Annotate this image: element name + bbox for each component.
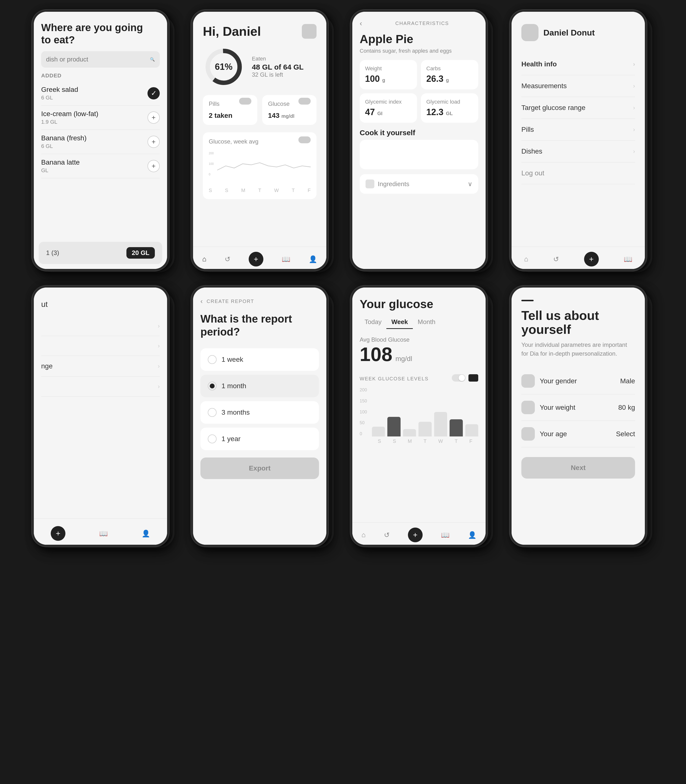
menu-chevron-dishes: › [633,148,635,155]
food-gl-3: 6 GL [41,143,87,149]
nav-add-button[interactable]: + [249,252,263,266]
gender-value: Male [620,377,635,385]
dashboard-header: Hi, Daniel [203,24,317,39]
food-plus-4[interactable]: + [147,160,160,172]
phone-about-device: Tell us about yourself Your individual p… [510,285,647,547]
nav-book-icon[interactable]: 📖 [282,255,290,263]
nav-add-glucose[interactable]: + [408,528,423,542]
donut-chart: 61% [203,46,245,88]
about-age-row[interactable]: Your age Select [521,421,635,447]
food-name-3: Banana (fresh) [41,134,87,142]
ingredients-row[interactable]: Ingredients ∨ [360,174,478,194]
tab-week[interactable]: Week [386,316,413,329]
nutrient-gi: Glycemic index 47 GI [360,93,417,123]
nav-book-glucose[interactable]: 📖 [441,531,449,539]
nav-person-icon[interactable]: 👤 [309,255,317,263]
nav-add-button-menu[interactable]: + [584,252,599,266]
added-label: ADDED [41,72,160,79]
glucose-view-toggle[interactable] [469,374,478,381]
nav-back-glucose[interactable]: ↺ [384,531,390,539]
food-item-2: Ice-cream (low-fat) 1.9 GL + [41,106,160,130]
nav-bar-glucose: ⌂ ↺ + 📖 👤 [352,522,485,545]
phone-report: ‹ CREATE REPORT What is the report perio… [191,285,336,547]
characteristics-label: CHARACTERISTICS [366,21,478,26]
partial-item-4[interactable]: › [41,377,160,396]
next-button[interactable]: Next [521,457,635,479]
period-option-year[interactable]: 1 year [201,428,319,450]
food-item-4: Banana latte GL + [41,154,160,178]
bar-4 [418,422,431,437]
radio-week[interactable] [208,355,217,364]
period-option-3months[interactable]: 3 months [201,401,319,424]
menu-avatar [521,24,539,41]
nav-person-glucose[interactable]: 👤 [468,531,477,539]
radio-month[interactable] [208,381,217,390]
svg-text:0: 0 [209,173,211,176]
partial-item-1[interactable]: › [41,316,160,336]
donut-percent: 61% [215,62,232,72]
nav-home-glucose[interactable]: ⌂ [361,531,366,539]
food-check-1[interactable]: ✓ [147,87,160,99]
chart-toggle[interactable] [299,137,311,143]
eaten-val: 48 GL of 64 GL [252,63,317,71]
chart-title: Glucose, week avg [209,138,258,145]
partial-item-2[interactable]: › [41,336,160,356]
avg-label: Avg Blood Glucose [360,336,478,343]
period-option-month[interactable]: 1 month [201,375,319,397]
phone-detail-device: ‹ CHARACTERISTICS Apple Pie Contains sug… [350,10,488,271]
menu-item-logout[interactable]: Log out [521,162,635,184]
food-plus-3[interactable]: + [147,136,160,148]
menu-item-measurements[interactable]: Measurements › [521,75,635,97]
nav-book-icon-menu[interactable]: 📖 [624,255,632,263]
menu-item-health[interactable]: Health info › [521,54,635,75]
phone-partial: ut › › nge › › + [32,285,176,547]
nav-back-icon[interactable]: ↺ [225,255,230,263]
partial-chevron-4: › [158,383,160,390]
menu-item-glucose-range[interactable]: Target glucose range › [521,97,635,119]
export-button[interactable]: Export [201,458,319,479]
nav-add-partial[interactable]: + [51,526,65,541]
food-plus-2[interactable]: + [147,111,160,124]
glucose-toggle[interactable] [299,98,311,104]
avg-value: 108 mg/dl [360,345,478,364]
nav-back-icon-menu[interactable]: ↺ [553,255,559,263]
dashboard-screen: Hi, Daniel 61% Eaten 48 GL of 64 GL [193,12,326,269]
donut-section: 61% Eaten 48 GL of 64 GL 32 GL is left [203,46,317,88]
nav-person-partial[interactable]: 👤 [142,530,150,538]
pills-toggle[interactable] [239,98,252,104]
nav-book-partial[interactable]: 📖 [99,530,108,538]
bar-3 [403,429,416,437]
radio-3months[interactable] [208,408,217,417]
menu-item-dishes[interactable]: Dishes › [521,140,635,162]
detail-screen: ‹ CHARACTERISTICS Apple Pie Contains sug… [352,12,485,269]
partial-item-range[interactable]: nge › [41,356,160,377]
food-gl-2: 1.9 GL [41,119,98,125]
nav-home-icon-menu[interactable]: ⌂ [524,255,528,263]
bar-2 [387,417,400,437]
back-button[interactable]: ‹ [360,19,362,28]
search-icon: 🔍 [150,57,155,62]
tab-month[interactable]: Month [413,316,440,329]
create-report-title: What is the report period? [201,313,319,339]
partial-screen: ut › › nge › › + [34,287,167,545]
radio-year[interactable] [208,435,217,443]
cart-gl[interactable]: 20 GL [126,247,155,259]
age-select[interactable]: Select [616,430,635,438]
search-title: Where are you going to eat? [41,21,160,46]
avatar [302,24,317,39]
search-input[interactable] [46,55,147,63]
food-item-3: Banana (fresh) 6 GL + [41,130,160,154]
create-report-back[interactable]: ‹ [201,297,203,305]
search-bar[interactable]: 🔍 [41,51,160,68]
menu-item-pills[interactable]: Pills › [521,119,635,140]
left-val: 32 GL is left [252,71,317,78]
glucose-week-toggle[interactable] [452,374,466,381]
detail-header: ‹ CHARACTERISTICS [360,19,478,28]
about-subtitle: Your individual parametres are important… [521,341,635,358]
nav-bar-menu: ⌂ ↺ + 📖 [511,247,645,269]
glucose-title: Your glucose [360,297,478,311]
tab-today[interactable]: Today [360,316,386,329]
period-option-week[interactable]: 1 week [201,348,319,371]
nav-home-icon[interactable]: ⌂ [202,255,206,263]
about-title: Tell us about yourself [521,309,635,337]
